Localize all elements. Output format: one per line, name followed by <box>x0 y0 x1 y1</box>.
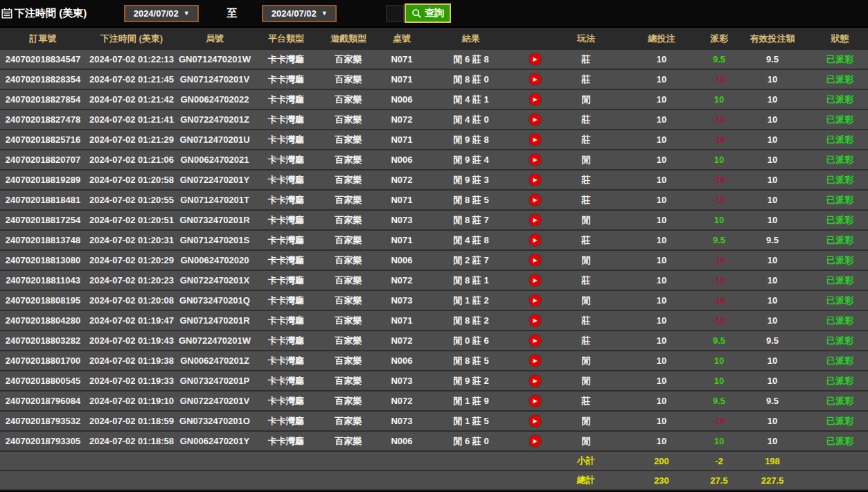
status-badge: 已派彩 <box>812 412 868 430</box>
total-bet-cell: 10 <box>618 50 705 69</box>
replay-icon[interactable]: ▶ <box>529 335 541 346</box>
payout-cell: 10 <box>705 211 733 229</box>
replay-icon[interactable]: ▶ <box>529 375 541 387</box>
replay-icon[interactable]: ▶ <box>529 114 541 125</box>
replay-icon[interactable]: ▶ <box>529 94 541 105</box>
status-badge: 已派彩 <box>812 50 868 69</box>
order-number-cell: 240702018813080 <box>0 251 86 270</box>
round-number-cell: GN0712470201R <box>177 311 252 330</box>
payout-cell: -10 <box>705 110 733 129</box>
filter-bar: 下注時間 (美東) 2024/07/02 ▼ 至 2024/07/02 ▼ 查詢 <box>0 0 868 26</box>
date-to-select[interactable]: 2024/07/02 ▼ <box>262 5 337 22</box>
subtotal-label: 小計 <box>554 452 618 470</box>
replay-icon[interactable]: ▶ <box>529 234 541 246</box>
round-number-cell: GN0722470201Z <box>177 110 252 129</box>
replay-icon[interactable]: ▶ <box>529 435 541 447</box>
query-button[interactable]: 查詢 <box>405 3 451 23</box>
play-triangle-icon: ▶ <box>533 218 537 223</box>
table-row: 240702018813748 2024-07-02 01:20:31 GN07… <box>0 231 868 251</box>
platform-type-cell: 卡卡灣廳 <box>252 271 320 290</box>
game-type-cell: 百家樂 <box>320 311 377 330</box>
valid-bet-cell: 9.5 <box>733 392 812 410</box>
table-number-cell: N071 <box>377 70 427 89</box>
bet-time-cell: 2024-07-02 01:20:55 <box>86 191 177 209</box>
replay-icon[interactable]: ▶ <box>529 214 541 226</box>
table-row: 240702018827478 2024-07-02 01:21:41 GN07… <box>0 110 868 130</box>
header-payout: 派彩 <box>705 28 733 50</box>
header-table-number: 桌號 <box>377 28 427 50</box>
replay-icon[interactable]: ▶ <box>529 174 541 186</box>
status-badge: 已派彩 <box>812 351 868 370</box>
replay-icon[interactable]: ▶ <box>529 315 541 326</box>
order-number-cell: 240702018813748 <box>0 231 86 249</box>
replay-cell: ▶ <box>515 291 554 310</box>
grand-total-total-bet: 230 <box>618 471 705 489</box>
replay-icon[interactable]: ▶ <box>529 415 541 427</box>
calendar-icon <box>1 8 12 19</box>
valid-bet-cell: 10 <box>733 311 812 330</box>
order-number-cell: 240702018803282 <box>0 331 86 350</box>
bet-time-cell: 2024-07-02 01:19:38 <box>86 351 177 370</box>
platform-type-cell: 卡卡灣廳 <box>252 291 320 310</box>
replay-icon[interactable]: ▶ <box>529 295 541 306</box>
replay-icon[interactable]: ▶ <box>529 395 541 407</box>
result-cell: 閒 9 莊 4 <box>427 150 515 169</box>
result-cell: 閒 4 莊 0 <box>427 110 515 129</box>
bet-time-cell: 2024-07-02 01:18:59 <box>86 412 177 430</box>
status-badge: 已派彩 <box>812 110 868 129</box>
status-badge: 已派彩 <box>812 150 868 169</box>
play-type-cell: 閒 <box>554 291 618 310</box>
replay-cell: ▶ <box>515 50 554 69</box>
play-type-cell: 莊 <box>554 392 618 410</box>
replay-icon[interactable]: ▶ <box>529 254 541 266</box>
total-bet-cell: 10 <box>618 392 705 410</box>
status-badge: 已派彩 <box>812 371 868 390</box>
replay-icon[interactable]: ▶ <box>529 194 541 206</box>
payout-cell: 9.5 <box>705 392 733 410</box>
table-number-cell: N072 <box>377 331 427 350</box>
round-number-cell: GN0712470201S <box>177 231 252 249</box>
valid-bet-cell: 9.5 <box>733 231 812 249</box>
game-type-cell: 百家樂 <box>320 412 377 430</box>
game-type-cell: 百家樂 <box>320 392 377 410</box>
table-number-cell: N072 <box>377 110 427 129</box>
round-number-cell: GN0712470201W <box>177 50 252 69</box>
table-row: 240702018800545 2024-07-02 01:19:33 GN07… <box>0 371 868 392</box>
order-number-cell: 240702018820707 <box>0 150 86 169</box>
table-row: 240702018827854 2024-07-02 01:21:42 GN00… <box>0 90 868 110</box>
game-type-cell: 百家樂 <box>320 432 377 450</box>
replay-icon[interactable]: ▶ <box>529 134 541 146</box>
platform-type-cell: 卡卡灣廳 <box>252 130 320 149</box>
game-type-cell: 百家樂 <box>320 130 377 149</box>
replay-icon[interactable]: ▶ <box>529 355 541 367</box>
platform-type-cell: 卡卡灣廳 <box>252 392 320 410</box>
result-cell: 閒 8 莊 5 <box>427 351 515 370</box>
status-badge: 已派彩 <box>812 90 868 109</box>
bet-time-cell: 2024-07-02 01:20:23 <box>86 271 177 290</box>
header-game-type: 遊戲類型 <box>320 28 377 50</box>
replay-cell: ▶ <box>515 90 554 109</box>
play-triangle-icon: ▶ <box>533 57 537 62</box>
platform-type-cell: 卡卡灣廳 <box>252 110 320 129</box>
table-number-cell: N073 <box>377 371 427 390</box>
replay-icon[interactable]: ▶ <box>529 53 541 65</box>
play-triangle-icon: ▶ <box>533 419 537 424</box>
result-cell: 閒 6 莊 8 <box>427 50 515 69</box>
date-from-select[interactable]: 2024/07/02 ▼ <box>124 5 199 22</box>
replay-icon[interactable]: ▶ <box>529 154 541 166</box>
order-number-cell: 240702018804280 <box>0 311 86 330</box>
valid-bet-cell: 10 <box>733 150 812 169</box>
dropdown-arrow-icon: ▼ <box>321 10 328 17</box>
result-cell: 閒 1 莊 5 <box>427 412 515 430</box>
play-type-cell: 莊 <box>554 271 618 290</box>
table-row: 240702018808195 2024-07-02 01:20:08 GN07… <box>0 291 868 311</box>
replay-icon[interactable]: ▶ <box>529 73 541 85</box>
order-number-cell: 240702018818481 <box>0 191 86 209</box>
replay-icon[interactable]: ▶ <box>529 274 541 286</box>
game-type-cell: 百家樂 <box>320 70 377 89</box>
payout-cell: -10 <box>705 271 733 290</box>
table-number-cell: N072 <box>377 392 427 410</box>
status-badge: 已派彩 <box>812 251 868 270</box>
play-type-cell: 莊 <box>554 130 618 149</box>
result-cell: 閒 6 莊 0 <box>427 432 515 450</box>
